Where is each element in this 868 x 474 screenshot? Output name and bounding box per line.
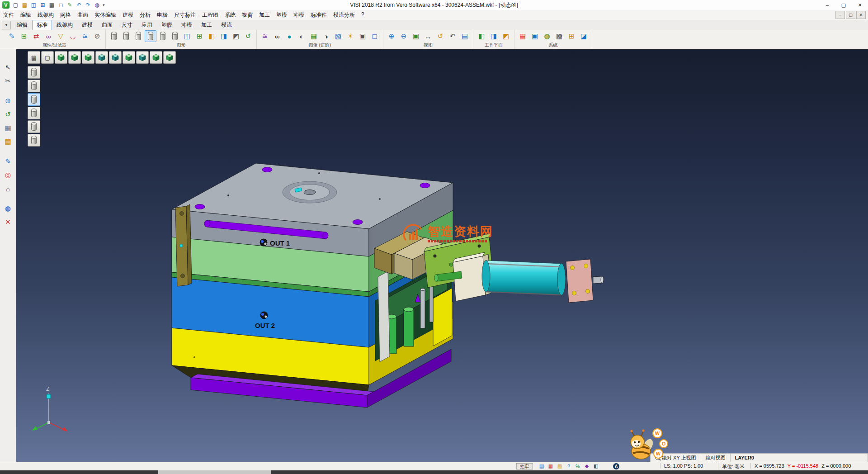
paint-status-icon[interactable]: ◧ <box>592 463 599 469</box>
box-display-icon[interactable]: ◫ <box>181 30 193 42</box>
layer-status-icon[interactable]: ▧ <box>556 463 563 469</box>
dynamic-section-icon[interactable]: ◨ <box>218 30 230 42</box>
menu-modeling[interactable]: 建模 <box>119 11 137 19</box>
display-mode-icon[interactable]: ▤ <box>538 463 545 469</box>
snap-percent-icon[interactable]: % <box>574 463 581 469</box>
save-file-icon[interactable]: ◫ <box>29 1 38 9</box>
zoom-in-icon[interactable]: ⊕ <box>386 30 397 42</box>
table-icon[interactable]: ⊞ <box>566 30 577 42</box>
menu-wireframe[interactable]: 线架构 <box>34 11 57 19</box>
print-icon[interactable]: ▦ <box>47 1 56 9</box>
color-grid-icon[interactable]: ▦ <box>517 30 528 42</box>
half-render-icon[interactable]: ◐ <box>296 30 307 42</box>
sphere-primitive-icon[interactable] <box>28 107 40 119</box>
cylinder-primitive-icon[interactable] <box>28 80 40 92</box>
menu-edit[interactable]: 编辑 <box>17 11 34 19</box>
magnet-snap-icon[interactable]: ◡ <box>67 30 79 42</box>
menu-drawing[interactable]: 工程图 <box>199 11 222 19</box>
regenerate-icon[interactable]: ↺ <box>242 30 254 42</box>
quick-access-dropdown-icon[interactable]: ▾ <box>103 3 105 7</box>
3d-viewport[interactable]: OUT 1 OUT 2 Z ▤ ▢ <box>16 49 868 462</box>
absolute-view-selector[interactable]: 绝对视图 <box>701 454 731 462</box>
menu-electrode[interactable]: 电极 <box>154 11 171 19</box>
measure-icon[interactable]: ◎ <box>2 169 14 181</box>
menu-window[interactable]: 视窗 <box>239 11 256 19</box>
shadow-icon[interactable]: ◑ <box>320 30 332 42</box>
workplane-xy-icon[interactable]: ◧ <box>476 30 487 42</box>
help-status-icon[interactable]: ? <box>565 463 572 469</box>
tab-dimension[interactable]: 尺寸 <box>117 20 137 30</box>
menu-dimension[interactable]: 尺寸标注 <box>171 11 199 19</box>
shaded-edges-display-icon[interactable] <box>145 30 156 42</box>
snap-lock-toggle[interactable]: 拴牢 <box>516 463 533 469</box>
macro-icon[interactable]: ◍ <box>93 1 101 9</box>
left-view-icon[interactable] <box>123 51 135 64</box>
menu-surface[interactable]: 曲面 <box>74 11 91 19</box>
filter-funnel-icon[interactable]: ▽ <box>55 30 66 42</box>
trim-scissors-icon[interactable]: ✂ <box>2 75 14 87</box>
print-preview-icon[interactable]: ◻ <box>57 1 65 9</box>
plot-icon[interactable]: ✎ <box>66 1 74 9</box>
back-view-icon[interactable] <box>136 51 149 64</box>
render-options-icon[interactable]: ◩ <box>230 30 242 42</box>
attribute-link-icon[interactable]: ∞ <box>42 30 54 42</box>
mdi-minimize-button[interactable]: – <box>835 11 845 19</box>
redo-icon[interactable]: ↷ <box>84 1 92 9</box>
single-viewport-icon[interactable]: ▢ <box>41 51 54 64</box>
dynamic-view-icon[interactable] <box>163 51 176 64</box>
selection-filter-icon[interactable]: ▦ <box>547 463 554 469</box>
stereo-glasses-icon[interactable]: ∞ <box>271 30 283 42</box>
tab-modeling[interactable]: 建模 <box>77 20 97 30</box>
render-sphere-icon[interactable]: ● <box>283 30 295 42</box>
tab-wireframe[interactable]: 线架构 <box>52 20 77 30</box>
zoom-out-icon[interactable]: ⊖ <box>398 30 410 42</box>
select-arrow-icon[interactable]: ↖ <box>2 62 14 73</box>
bottom-view-icon[interactable] <box>150 51 162 64</box>
previous-view-icon[interactable]: ↶ <box>447 30 458 42</box>
assistant-badge[interactable]: A <box>613 463 619 469</box>
menu-machining[interactable]: 加工 <box>256 11 273 19</box>
perspective-icon[interactable]: ◪ <box>578 30 590 42</box>
section-view-icon[interactable]: ◧ <box>206 30 217 42</box>
iso-view-1-icon[interactable] <box>55 51 67 64</box>
image-wand-icon[interactable]: ≋ <box>259 30 271 42</box>
menu-flow-analysis[interactable]: 模流分析 <box>330 11 358 19</box>
menu-mold[interactable]: 塑模 <box>273 11 290 19</box>
iso-view-2-icon[interactable] <box>68 51 81 64</box>
extrude-tool-icon[interactable] <box>28 134 40 147</box>
camera-icon[interactable]: ▣ <box>357 30 368 42</box>
ghost-display-icon[interactable] <box>169 30 181 42</box>
smart-select-icon[interactable]: ⊕ <box>2 95 14 107</box>
mold-assembly-model[interactable]: OUT 1 OUT 2 <box>172 163 604 408</box>
menu-mesh[interactable]: 网格 <box>57 11 74 19</box>
top-view-icon[interactable] <box>82 51 94 64</box>
front-view-icon[interactable] <box>95 51 108 64</box>
swap-entities-icon[interactable]: ⇄ <box>30 30 42 42</box>
background-icon[interactable]: ▧ <box>332 30 344 42</box>
pan-icon[interactable]: ↔ <box>422 30 434 42</box>
tab-application[interactable]: 应用 <box>137 20 157 30</box>
lights-icon[interactable]: ☀ <box>344 30 356 42</box>
cube-status-icon[interactable]: ◆ <box>583 463 590 469</box>
menu-analysis[interactable]: 分析 <box>137 11 154 19</box>
mdi-close-button[interactable]: ✕ <box>856 11 866 19</box>
open-file-icon[interactable]: ▤ <box>20 1 29 9</box>
grid-display-icon[interactable]: ▦ <box>2 122 14 134</box>
shaded-display-icon[interactable] <box>132 30 144 42</box>
cone-primitive-icon[interactable] <box>28 93 40 106</box>
snapshot-icon[interactable]: ◻ <box>369 30 381 42</box>
transparent-display-icon[interactable] <box>157 30 169 42</box>
undo-tool-icon[interactable]: ↺ <box>2 109 14 120</box>
menu-help[interactable]: ? <box>358 11 368 18</box>
workplane-align-icon[interactable]: ◨ <box>488 30 500 42</box>
tab-flow[interactable]: 模流 <box>217 20 236 30</box>
layer-selector[interactable]: LAYER0 <box>731 454 759 462</box>
new-file-icon[interactable]: ▢ <box>11 1 20 9</box>
maximize-button[interactable]: ▢ <box>835 0 852 10</box>
tab-dropdown-icon[interactable]: ▼ <box>2 21 11 29</box>
hidden-line-display-icon[interactable] <box>120 30 132 42</box>
undo-icon[interactable]: ↶ <box>75 1 83 9</box>
bounding-box-icon[interactable]: ⊞ <box>193 30 205 42</box>
menu-standard-parts[interactable]: 标准件 <box>307 11 330 19</box>
globe-icon[interactable]: ◍ <box>541 30 553 42</box>
